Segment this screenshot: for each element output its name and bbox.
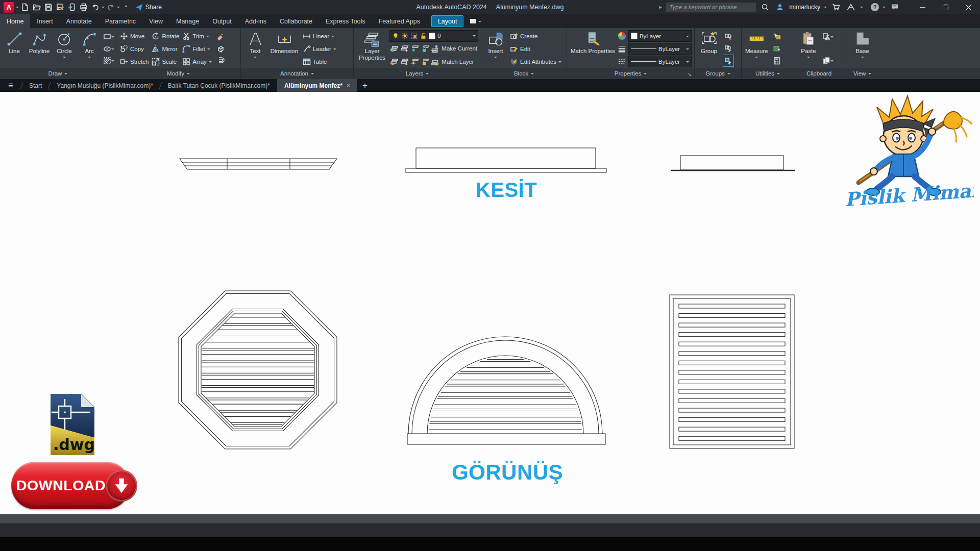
- select-similar-button[interactable]: [771, 43, 782, 55]
- undo-caret-icon[interactable]: [102, 7, 105, 10]
- mirror-button[interactable]: Mirror: [151, 42, 180, 55]
- username-label[interactable]: mimarlucky: [789, 4, 820, 11]
- ungroup-button[interactable]: [723, 31, 734, 43]
- undo-button[interactable]: [90, 1, 101, 13]
- trim-button[interactable]: Trim: [181, 30, 212, 42]
- copy-clip-button[interactable]: [822, 55, 834, 67]
- hatch-button[interactable]: [103, 55, 114, 67]
- tab-collaborate[interactable]: Collaborate: [273, 14, 319, 28]
- app-menu-caret-icon[interactable]: [16, 7, 19, 10]
- close-button[interactable]: [957, 0, 980, 14]
- file-tab-balik-tutan-cocuk[interactable]: Balık Tutan Çocuk (PislikMimar.com)*: [161, 79, 277, 92]
- tab-view[interactable]: View: [142, 14, 169, 28]
- panel-annotation-label[interactable]: Annotation: [241, 68, 353, 79]
- tab-annotate[interactable]: Annotate: [60, 14, 99, 28]
- quick-select-button[interactable]: [771, 31, 782, 43]
- fillet-button[interactable]: Fillet: [181, 42, 212, 55]
- rotate-button[interactable]: Rotate: [151, 30, 180, 42]
- match-layer-button[interactable]: Match Layer: [389, 55, 478, 68]
- paste-button[interactable]: Paste: [797, 30, 820, 68]
- autodesk-caret-icon[interactable]: [860, 7, 863, 10]
- command-line-area[interactable]: [0, 523, 980, 537]
- circle-button[interactable]: Circle: [53, 30, 76, 68]
- rectangle-button[interactable]: [103, 31, 114, 43]
- tab-featured-apps[interactable]: Featured Apps: [372, 14, 427, 28]
- move-button[interactable]: Move: [119, 30, 150, 42]
- leader-button[interactable]: Leader: [302, 42, 337, 55]
- polyline-button[interactable]: Polyline: [28, 30, 51, 68]
- customize-qat-button[interactable]: [120, 1, 132, 13]
- redo-button[interactable]: [105, 1, 116, 13]
- linear-button[interactable]: Linear: [302, 30, 337, 42]
- save-as-button[interactable]: [55, 1, 66, 13]
- account-button[interactable]: [774, 1, 786, 13]
- tab-parametric[interactable]: Parametric: [99, 14, 142, 28]
- minimize-button[interactable]: [911, 0, 934, 14]
- close-file-tab-icon[interactable]: ×: [347, 82, 350, 89]
- tab-addins[interactable]: Add-ins: [238, 14, 273, 28]
- layer-select-combo[interactable]: 0: [389, 30, 478, 42]
- quick-calc-button[interactable]: [771, 55, 782, 67]
- block-edit-button[interactable]: Edit: [509, 42, 562, 55]
- autocad-app-icon[interactable]: A: [4, 2, 14, 13]
- cut-button[interactable]: [822, 31, 834, 43]
- halfround-vent-view[interactable]: [407, 337, 605, 444]
- match-properties-button[interactable]: Match Properties: [570, 30, 616, 68]
- group-edit-button[interactable]: [723, 43, 734, 55]
- file-tabs-menu-button[interactable]: ≡: [0, 79, 21, 92]
- octagon-vent-view[interactable]: [179, 291, 337, 449]
- erase-button[interactable]: [215, 31, 226, 43]
- new-file-button[interactable]: [19, 1, 31, 13]
- properties-expand-icon[interactable]: ↘: [688, 71, 692, 77]
- share-button[interactable]: Share: [135, 4, 162, 11]
- tab-express-tools[interactable]: Express Tools: [319, 14, 372, 28]
- file-tab-aluminyum-menfez-active[interactable]: Alüminyum Menfez*×: [277, 79, 357, 92]
- linetype-combo[interactable]: ByLayer: [628, 56, 692, 67]
- section-rect-profile[interactable]: [671, 156, 795, 170]
- redo-caret-icon[interactable]: [117, 7, 120, 10]
- search-input[interactable]: [666, 3, 756, 12]
- plot-button[interactable]: [78, 1, 89, 13]
- tab-manage[interactable]: Manage: [169, 14, 206, 28]
- ribbon-display-toggle[interactable]: [466, 14, 485, 28]
- copy-button[interactable]: Copy: [119, 42, 150, 55]
- ellipse-button[interactable]: [103, 43, 114, 55]
- search-button[interactable]: [760, 1, 771, 13]
- insert-button[interactable]: Insert: [484, 30, 507, 68]
- new-drawing-tab-button[interactable]: +: [357, 79, 373, 92]
- tab-home[interactable]: Home: [0, 14, 30, 28]
- make-current-button[interactable]: Make Current: [389, 42, 478, 55]
- measure-button[interactable]: Measure: [744, 30, 769, 68]
- group-selection-toggle[interactable]: [723, 55, 734, 67]
- offset-button[interactable]: [215, 55, 226, 67]
- panel-clipboard-label[interactable]: Clipboard: [794, 68, 844, 79]
- help-button[interactable]: ?: [871, 3, 879, 11]
- restore-button[interactable]: [934, 0, 957, 14]
- explode-button[interactable]: [215, 43, 226, 55]
- panel-properties-label[interactable]: Properties: [567, 68, 694, 79]
- section-halfround-profile[interactable]: [406, 148, 606, 172]
- group-button[interactable]: Group: [697, 30, 721, 68]
- object-color-combo[interactable]: ByLayer: [628, 30, 692, 42]
- panel-layers-label[interactable]: Layers: [354, 68, 481, 79]
- download-button[interactable]: DOWNLOAD: [11, 462, 130, 509]
- panel-utilities-label[interactable]: Utilities: [742, 68, 794, 79]
- panel-draw-label[interactable]: Draw: [0, 68, 116, 79]
- panel-modify-label[interactable]: Modify: [116, 68, 240, 79]
- layout-bar[interactable]: [0, 514, 980, 523]
- tab-insert[interactable]: Insert: [30, 14, 59, 28]
- layer-properties-button[interactable]: Layer Properties: [356, 30, 388, 68]
- dimension-button[interactable]: Dimension: [268, 30, 300, 68]
- tab-layout[interactable]: Layout: [431, 15, 464, 27]
- panel-block-label[interactable]: Block: [481, 68, 567, 79]
- array-button[interactable]: Array: [181, 55, 212, 68]
- scale-button[interactable]: Scale: [151, 55, 180, 68]
- tab-output[interactable]: Output: [206, 14, 238, 28]
- lineweight-combo[interactable]: ByLayer: [628, 43, 692, 55]
- feedback-button[interactable]: [889, 1, 900, 13]
- text-button[interactable]: Text: [243, 30, 267, 68]
- open-file-button[interactable]: [31, 1, 42, 13]
- base-button[interactable]: Base: [851, 30, 874, 68]
- section-octagon-profile[interactable]: [180, 159, 337, 169]
- search-expand-icon[interactable]: ►: [658, 5, 663, 10]
